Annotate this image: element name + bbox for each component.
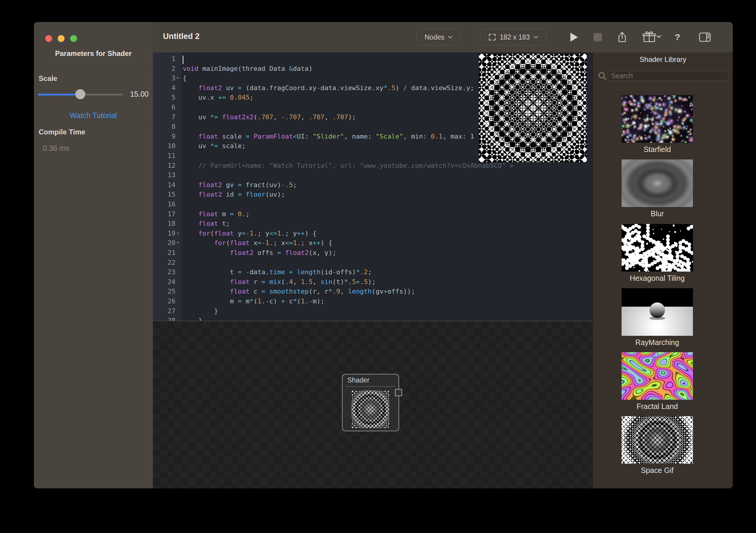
code-line: 14 float2 gv = fract(uv)-.5; bbox=[153, 181, 593, 191]
line-number: 28 bbox=[153, 317, 176, 321]
node-output-port[interactable] bbox=[395, 389, 402, 396]
traffic-light-zoom[interactable] bbox=[70, 35, 77, 42]
divider bbox=[593, 89, 733, 90]
help-button[interactable]: ? bbox=[669, 29, 686, 45]
fold-icon[interactable]: ▾ bbox=[177, 230, 182, 236]
slider-knob[interactable] bbox=[75, 89, 85, 99]
library-item[interactable]: Hexagonal Tiling bbox=[622, 224, 693, 282]
line-number: 12 bbox=[153, 162, 176, 169]
library-item-label: Fractal Land bbox=[622, 402, 693, 411]
code-line: 15 float2 id = floor(uv); bbox=[153, 191, 593, 200]
line-number: 4 bbox=[153, 84, 176, 92]
line-number: 9 bbox=[153, 133, 176, 140]
compile-time-value: 0.36 ms bbox=[43, 144, 69, 152]
canvas-size-dropdown[interactable]: 182 x 183 bbox=[480, 29, 547, 45]
line-number: 10 bbox=[153, 142, 176, 149]
line-number: 5 bbox=[153, 94, 176, 101]
code-line: 18 float t; bbox=[153, 220, 593, 229]
parameters-sidebar: Parameters for Shader Scale 15.00 Watch … bbox=[34, 22, 153, 488]
library-item-label: RayMarching bbox=[622, 338, 693, 347]
play-button[interactable] bbox=[566, 29, 582, 45]
library-item[interactable]: RayMarching bbox=[622, 288, 693, 347]
chevron-down-icon bbox=[448, 36, 453, 39]
gift-button[interactable] bbox=[641, 29, 663, 45]
code-line: 21 float2 offs = float2(x, y); bbox=[153, 249, 593, 259]
line-number: 1 bbox=[153, 55, 176, 63]
canvas-size-label: 182 x 183 bbox=[500, 33, 530, 41]
traffic-light-close[interactable] bbox=[45, 35, 52, 42]
shader-library-panel: Shader Library Starfield Blur Hexagonal … bbox=[593, 52, 733, 488]
stop-icon bbox=[594, 33, 602, 41]
sidebar-toggle-icon bbox=[699, 32, 711, 42]
line-number: 26 bbox=[153, 297, 176, 305]
play-icon bbox=[570, 32, 579, 42]
code-editor[interactable]: 12void mainImage(thread Data &data)3▾{4 … bbox=[153, 52, 593, 321]
code-line: 13 bbox=[153, 171, 593, 181]
compile-time-label: Compile Time bbox=[39, 128, 85, 136]
scale-slider[interactable]: 15.00 bbox=[38, 89, 149, 100]
line-number: 18 bbox=[153, 220, 176, 227]
library-item-thumbnail bbox=[622, 224, 693, 272]
code-line: 16 bbox=[153, 200, 593, 210]
text-cursor bbox=[183, 56, 183, 64]
slider-fill bbox=[38, 94, 80, 95]
nodes-dropdown-label: Nodes bbox=[425, 33, 444, 41]
library-item[interactable]: Blur bbox=[622, 159, 693, 218]
stop-button[interactable] bbox=[589, 29, 606, 45]
library-item[interactable]: Starfield bbox=[622, 95, 693, 154]
line-number: 7 bbox=[153, 113, 176, 121]
scale-value: 15.00 bbox=[130, 90, 149, 98]
library-item-thumbnail bbox=[622, 288, 693, 336]
question-icon: ? bbox=[675, 32, 680, 42]
line-number: 20 bbox=[153, 239, 176, 247]
divider bbox=[34, 70, 153, 70]
line-number: 17 bbox=[153, 210, 176, 218]
line-number: 25 bbox=[153, 288, 176, 295]
fold-icon[interactable]: ▾ bbox=[177, 240, 182, 245]
library-item[interactable]: Space Gif bbox=[622, 416, 693, 475]
sidebar-toggle-button[interactable] bbox=[696, 29, 713, 45]
share-icon bbox=[617, 32, 627, 43]
app-window: Parameters for Shader Scale 15.00 Watch … bbox=[34, 22, 733, 488]
scale-label: Scale bbox=[39, 74, 57, 83]
code-line: 26 m = m*(1.-c) + c*(1.-m); bbox=[153, 297, 593, 307]
line-number: 11 bbox=[153, 152, 176, 159]
line-number: 24 bbox=[153, 278, 176, 285]
library-item-label: Space Gif bbox=[622, 466, 693, 475]
chevron-down-icon bbox=[533, 36, 538, 39]
code-line: 28 } bbox=[153, 317, 593, 321]
traffic-light-minimize[interactable] bbox=[58, 35, 65, 42]
library-item[interactable]: Fractal Land bbox=[622, 352, 693, 411]
divider bbox=[34, 127, 153, 127]
library-item-thumbnail bbox=[622, 416, 693, 464]
shader-preview bbox=[479, 54, 587, 162]
node-thumbnail bbox=[351, 390, 389, 428]
search-icon bbox=[598, 71, 607, 80]
line-number: 2 bbox=[153, 65, 176, 72]
line-number: 6 bbox=[153, 103, 176, 111]
gift-icon bbox=[642, 32, 662, 43]
code-line: 12 // ParamUrl<name: "Watch Tutorial", u… bbox=[153, 162, 593, 172]
line-number: 22 bbox=[153, 259, 176, 266]
code-line: 17 float m = 0.; bbox=[153, 210, 593, 220]
watch-tutorial-link[interactable]: Watch Tutorial bbox=[34, 111, 153, 120]
line-number: 16 bbox=[153, 200, 176, 208]
library-item-label: Hexagonal Tiling bbox=[622, 274, 693, 282]
code-line: 20▾ for(float x=-1.; x<=1.; x++) { bbox=[153, 239, 593, 249]
code-line: 19▾ for(float y=-1.; y<=1.; y++) { bbox=[153, 229, 593, 239]
nodes-dropdown[interactable]: Nodes bbox=[417, 29, 461, 45]
code-line: 24 float r = mix(.4, 1.5, sin(t)*.5+.5); bbox=[153, 278, 593, 288]
line-number: 8 bbox=[153, 123, 176, 130]
node-graph-canvas[interactable]: Shader bbox=[153, 321, 593, 488]
library-item-label: Starfield bbox=[622, 145, 693, 154]
library-item-thumbnail bbox=[622, 159, 693, 207]
library-item-thumbnail bbox=[622, 352, 693, 400]
code-line: 25 float c = smoothstep(r, r*.9, length(… bbox=[153, 288, 593, 297]
fold-icon[interactable]: ▾ bbox=[177, 75, 182, 81]
search-input[interactable] bbox=[608, 71, 728, 81]
shader-node[interactable]: Shader bbox=[342, 374, 399, 431]
share-button[interactable] bbox=[614, 29, 631, 45]
node-title: Shader bbox=[347, 376, 369, 384]
line-number: 13 bbox=[153, 171, 176, 179]
library-title: Shader Library bbox=[593, 55, 733, 64]
